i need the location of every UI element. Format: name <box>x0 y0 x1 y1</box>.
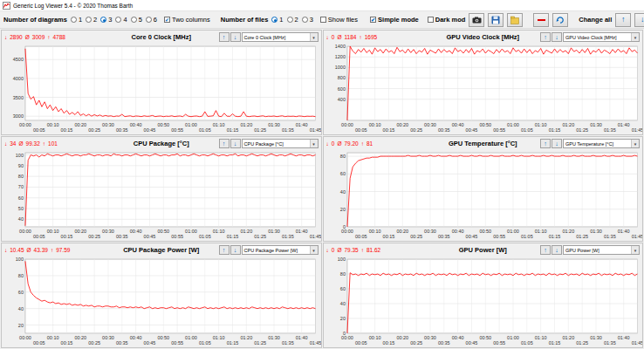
move-up-button[interactable]: ↑ <box>540 245 551 255</box>
line-color-button[interactable] <box>533 13 549 27</box>
radio-icon[interactable] <box>86 17 92 23</box>
move-up-button[interactable]: ↑ <box>219 32 230 42</box>
panel-header: ↓0 Ø1184 ↑1695 GPU Video Clock [MHz] ↑ ↓… <box>324 31 643 44</box>
channel-select[interactable]: CPU Package [°C] ▾ <box>242 139 319 148</box>
dark-mode-checkbox[interactable]: Dark mod <box>428 16 466 24</box>
two-columns-checkbox[interactable]: ✔ Two columns <box>164 16 210 24</box>
svg-text:00:40: 00:40 <box>130 122 142 127</box>
svg-text:00:50: 00:50 <box>479 122 491 127</box>
svg-text:4500: 4500 <box>13 57 24 62</box>
svg-text:01:45: 01:45 <box>631 127 642 133</box>
svg-text:00:35: 00:35 <box>116 127 128 133</box>
chart-stats: ↓10.45 Ø43.39 ↑97.59 <box>4 247 70 253</box>
channel-select[interactable]: GPU Temperature [°C] ▾ <box>563 139 640 148</box>
radio-icon[interactable] <box>131 17 137 23</box>
screenshot-button[interactable] <box>469 13 484 27</box>
panel-controls: ↑ ↓ GPU Video Clock [MHz] ▾ <box>540 32 640 42</box>
move-up-button[interactable]: ↑ <box>219 245 230 255</box>
checkbox-icon[interactable] <box>320 17 326 23</box>
diagrams-radio-2[interactable]: 2 <box>86 16 97 24</box>
checkbox-icon[interactable]: ✔ <box>370 17 376 23</box>
radio-icon[interactable] <box>146 17 152 23</box>
channel-select[interactable]: GPU Power [W] ▾ <box>563 245 640 255</box>
svg-text:00:35: 00:35 <box>116 340 128 346</box>
line-color-icon <box>538 19 545 21</box>
move-up-button[interactable]: ↑ <box>219 139 230 148</box>
diagrams-radio-4[interactable]: 4 <box>115 16 127 24</box>
channel-select-value: CPU Package [°C] <box>244 141 284 147</box>
svg-text:01:15: 01:15 <box>548 340 560 346</box>
change-all-up-button[interactable]: ↑ <box>615 13 631 27</box>
radio-icon[interactable] <box>287 17 293 23</box>
svg-text:40: 40 <box>18 216 24 222</box>
move-up-button[interactable]: ↑ <box>540 32 551 42</box>
svg-text:40: 40 <box>339 301 345 306</box>
show-files-checkbox[interactable]: Show files <box>320 16 358 24</box>
radio-icon[interactable] <box>302 17 308 23</box>
radio-label: 3 <box>310 16 313 24</box>
files-radio-2[interactable]: 2 <box>287 16 298 24</box>
svg-text:01:25: 01:25 <box>576 234 588 239</box>
svg-text:00:40: 00:40 <box>451 229 463 234</box>
arrow-up-icon: ↑ <box>223 34 226 40</box>
svg-text:00:00: 00:00 <box>341 122 353 127</box>
svg-text:4000: 4000 <box>13 76 24 81</box>
export-button[interactable] <box>507 13 523 27</box>
checkbox-icon[interactable] <box>428 17 434 23</box>
svg-text:01:35: 01:35 <box>282 127 294 133</box>
radio-icon[interactable] <box>115 17 121 23</box>
arrow-up-icon: ↑ <box>223 140 226 147</box>
max-icon: ↑ <box>51 247 53 253</box>
svg-text:00:40: 00:40 <box>130 229 142 234</box>
radio-icon[interactable] <box>100 17 106 23</box>
svg-text:01:10: 01:10 <box>213 335 225 340</box>
radio-icon[interactable] <box>271 17 277 23</box>
move-down-button[interactable]: ↓ <box>552 245 562 255</box>
min-icon: ↓ <box>326 34 329 40</box>
channel-select[interactable]: Core 0 Clock [MHz] ▾ <box>242 32 319 42</box>
move-down-button[interactable]: ↓ <box>552 139 562 148</box>
diagrams-radio-5[interactable]: 5 <box>131 16 142 24</box>
svg-text:01:35: 01:35 <box>603 340 615 346</box>
radio-icon[interactable] <box>71 17 77 23</box>
stat-avg: 1184 <box>344 34 356 40</box>
max-icon: ↑ <box>361 247 364 253</box>
chart-panel-gpu-video-clock: ↓0 Ø1184 ↑1695 GPU Video Clock [MHz] ↑ ↓… <box>323 30 644 135</box>
diagrams-radio-6[interactable]: 6 <box>146 16 157 24</box>
svg-text:01:20: 01:20 <box>562 229 574 234</box>
move-down-button[interactable]: ↓ <box>230 139 241 148</box>
svg-text:01:20: 01:20 <box>562 122 574 127</box>
simple-mode-checkbox[interactable]: ✔ Simple mode <box>370 16 419 24</box>
radio-label: 6 <box>154 16 157 24</box>
svg-text:00:25: 00:25 <box>410 127 422 133</box>
window-title: Generic Log Viewer 5.4 - © 2020 Thomas B… <box>13 3 133 9</box>
svg-text:01:40: 01:40 <box>617 229 629 234</box>
refresh-button[interactable] <box>552 13 568 27</box>
channel-select-value: GPU Power [W] <box>565 248 599 253</box>
diagrams-radio-1[interactable]: 1 <box>71 16 82 24</box>
channel-select[interactable]: CPU Package Power [W] ▾ <box>242 245 319 255</box>
avg-icon: Ø <box>337 140 341 147</box>
move-down-button[interactable]: ↓ <box>230 32 241 42</box>
channel-select[interactable]: GPU Video Clock [MHz] ▾ <box>563 32 640 42</box>
svg-text:50: 50 <box>18 206 24 211</box>
files-radio-3[interactable]: 3 <box>302 16 313 24</box>
svg-text:01:20: 01:20 <box>562 335 574 340</box>
change-all-down-button[interactable]: ↓ <box>634 13 644 27</box>
files-radio-1[interactable]: 1 <box>271 16 283 24</box>
svg-text:00:55: 00:55 <box>171 127 183 133</box>
move-down-button[interactable]: ↓ <box>552 32 562 42</box>
diagrams-radio-3[interactable]: 3 <box>100 16 112 24</box>
files-label: Number of files <box>221 16 269 24</box>
move-up-button[interactable]: ↑ <box>540 139 551 148</box>
checkbox-icon[interactable]: ✔ <box>164 17 170 23</box>
checkbox-label: Dark mod <box>435 16 466 24</box>
svg-text:80: 80 <box>18 174 24 179</box>
svg-text:01:00: 01:00 <box>507 229 519 234</box>
move-down-button[interactable]: ↓ <box>230 245 241 255</box>
svg-text:01:40: 01:40 <box>296 122 308 127</box>
svg-text:00:30: 00:30 <box>102 122 114 127</box>
svg-text:20: 20 <box>18 323 24 328</box>
save-button[interactable] <box>488 13 504 27</box>
chevron-down-icon: ▾ <box>310 33 318 41</box>
